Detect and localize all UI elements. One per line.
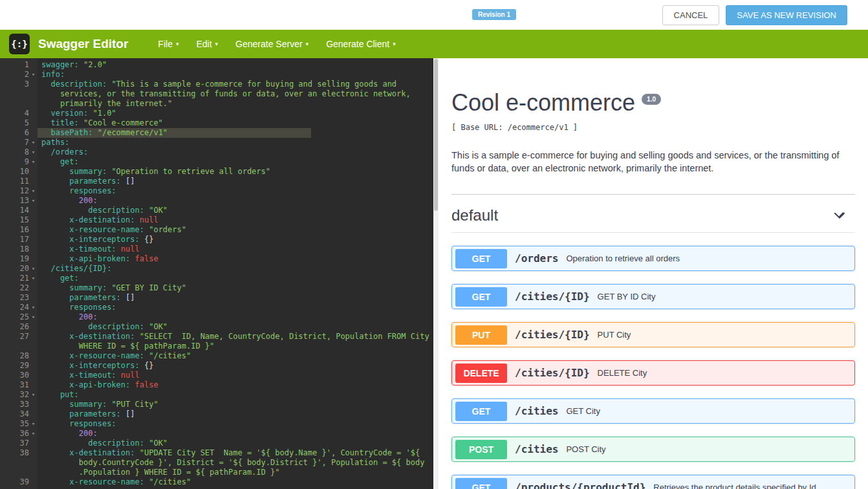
code-line[interactable]: 13▾ 200:	[0, 196, 439, 206]
code-text: /cities/{ID}:	[38, 264, 439, 274]
code-line[interactable]: 18 x-timeout: null	[0, 244, 439, 254]
fold-icon[interactable]: ▾	[29, 147, 38, 157]
fold-icon[interactable]: ▾	[29, 157, 38, 167]
code-line[interactable]: 10 summary: "Operation to retrieve all o…	[0, 167, 439, 177]
code-text: get:	[38, 274, 439, 283]
fold-icon[interactable]: ▾	[29, 429, 38, 439]
operations-list: GET/ordersOperation to retrieve all orde…	[451, 246, 855, 489]
code-line[interactable]: 19 x-api-broken: false	[0, 254, 439, 264]
fold-spacer	[29, 468, 38, 477]
opblock-get-orders[interactable]: GET/ordersOperation to retrieve all orde…	[451, 246, 855, 271]
menu-edit[interactable]: Edit▾	[196, 39, 218, 49]
code-line[interactable]: 9▾ get:	[0, 157, 439, 167]
code-line[interactable]: 6 basePath: "/ecommerce/v1"	[0, 128, 439, 138]
tag-section-header[interactable]: default	[451, 195, 855, 233]
opblock-post-cities[interactable]: POST/citiesPOST City	[451, 437, 855, 462]
code-line[interactable]: 29 x-interceptors: {}	[0, 361, 439, 371]
code-line[interactable]: 33 summary: "PUT City"	[0, 400, 439, 409]
fold-icon[interactable]: ▾	[29, 303, 38, 312]
code-line[interactable]: 5 title: "Cool e-commerce"	[0, 118, 439, 128]
code-line[interactable]: 25▾ 200:	[0, 312, 439, 322]
code-line[interactable]: 23 parameters: []	[0, 293, 439, 303]
code-line[interactable]: 31 x-api-broken: false	[0, 380, 439, 390]
code-line[interactable]: 7▾paths:	[0, 138, 439, 147]
chevron-down-icon[interactable]	[833, 209, 846, 222]
code-line[interactable]: 16 x-resource-name: "orders"	[0, 225, 439, 235]
code-line[interactable]: 20▾ /cities/{ID}:	[0, 264, 439, 274]
fold-icon[interactable]: ▾	[29, 186, 38, 196]
line-gutter: 30	[0, 371, 38, 380]
code-line[interactable]: 21▾ get:	[0, 274, 439, 283]
opblock-get-cities[interactable]: GET/citiesGET City	[451, 398, 855, 424]
code-line[interactable]: 36▾ 200:	[0, 429, 439, 439]
fold-icon[interactable]: ▾	[29, 390, 38, 400]
code-line[interactable]: 35▾ responses:	[0, 419, 439, 429]
fold-icon[interactable]: ▾	[29, 264, 38, 274]
fold-icon[interactable]: ▾	[29, 312, 38, 322]
yaml-editor-pane[interactable]: 1swagger: "2.0"2▾info:3 description: "Th…	[0, 58, 439, 489]
code-line[interactable]: services, or the transmitting of funds o…	[0, 89, 439, 99]
save-as-new-revision-button[interactable]: SAVE AS NEW REVISION	[726, 5, 847, 25]
code-text: parameters: []	[38, 293, 439, 303]
code-line[interactable]: 37 description: "OK"	[0, 439, 439, 448]
fold-icon[interactable]: ▾	[29, 138, 38, 147]
code-line[interactable]: 39 x-resource-name: "/cities"	[0, 477, 439, 487]
line-number: 13	[20, 196, 29, 206]
token-k: x-resource-name:	[41, 477, 144, 486]
code-line[interactable]: 8▾ /orders:	[0, 147, 439, 157]
fold-icon[interactable]: ▾	[29, 70, 38, 80]
code-text: summary: "PUT City"	[38, 400, 439, 409]
code-line[interactable]: 30 x-timeout: null	[0, 371, 439, 380]
code-line[interactable]: 4 version: "1.0"	[0, 109, 439, 118]
opblock-put-cities-ID[interactable]: PUT/cities/{ID}PUT City	[451, 322, 855, 347]
cancel-button[interactable]: CANCEL	[662, 5, 720, 25]
code-line[interactable]: .Population } WHERE ID = ${ pathParam.ID…	[0, 468, 439, 477]
fold-spacer	[29, 361, 38, 371]
code-line[interactable]: 1swagger: "2.0"	[0, 60, 439, 70]
api-title-text: Cool e-commerce	[451, 89, 635, 116]
fold-spacer	[29, 371, 38, 380]
code-line[interactable]: WHERE ID = ${ pathParam.ID }"	[0, 342, 439, 351]
code-line[interactable]: 38 x-destination: "UPDATE City SET Name …	[0, 448, 439, 458]
line-number: 16	[20, 225, 29, 235]
code-text: responses:	[38, 419, 439, 429]
line-number: 2	[25, 70, 29, 80]
code-line[interactable]: 17 x-interceptors: {}	[0, 235, 439, 244]
base-url: [ Base URL: /ecommerce/v1 ]	[451, 123, 855, 132]
code-line[interactable]: 34 parameters: []	[0, 409, 439, 419]
code-line[interactable]: 11 parameters: []	[0, 177, 439, 186]
menu-label: Generate Client	[326, 39, 389, 49]
code-line[interactable]: 12▾ responses:	[0, 186, 439, 196]
fold-spacer	[29, 89, 38, 99]
code-line[interactable]: body.CountryCode }', District = '${ body…	[0, 458, 439, 468]
code-line[interactable]: primarily the internet."	[0, 99, 439, 109]
line-gutter: 12▾	[0, 186, 38, 196]
fold-spacer	[29, 458, 38, 468]
opblock-get-products-productId[interactable]: GET/products/{productId}Retrieves the pr…	[451, 475, 855, 489]
fold-spacer	[29, 293, 38, 303]
code-line[interactable]: 15 x-destination: null	[0, 215, 439, 225]
menu-generate-server[interactable]: Generate Server▾	[235, 39, 309, 49]
line-number: 8	[25, 147, 29, 157]
code-line[interactable]: 2▾info:	[0, 70, 439, 80]
token-s: "orders"	[144, 225, 186, 234]
code-line[interactable]: 14 description: "OK"	[0, 206, 439, 215]
code-line[interactable]: 27 x-destination: "SELECT ID, Name, Coun…	[0, 332, 439, 342]
opblock-get-cities-ID[interactable]: GET/cities/{ID}GET BY ID City	[451, 284, 855, 309]
menu-generate-client[interactable]: Generate Client▾	[326, 39, 396, 49]
fold-icon[interactable]: ▾	[29, 419, 38, 429]
fold-icon[interactable]: ▾	[29, 274, 38, 283]
code-line[interactable]: 28 x-resource-name: "/cities"	[0, 351, 439, 361]
code-line[interactable]: 32▾ put:	[0, 390, 439, 400]
fold-icon[interactable]: ▾	[29, 196, 38, 206]
code-line[interactable]: 22 summary: "GET BY ID City"	[0, 283, 439, 293]
fold-spacer	[29, 332, 38, 342]
code-line[interactable]: 26 description: "OK"	[0, 322, 439, 332]
menu-file[interactable]: File▾	[158, 39, 179, 49]
code-line[interactable]: 24▾ responses:	[0, 303, 439, 312]
code-line[interactable]: 3 description: "This is a sample e-comme…	[0, 80, 439, 89]
line-gutter: 32▾	[0, 390, 38, 400]
scrollbar-thumb[interactable]	[434, 59, 438, 211]
editor-scrollbar[interactable]	[433, 58, 439, 489]
opblock-delete-cities-ID[interactable]: DELETE/cities/{ID}DELETE City	[451, 360, 855, 386]
